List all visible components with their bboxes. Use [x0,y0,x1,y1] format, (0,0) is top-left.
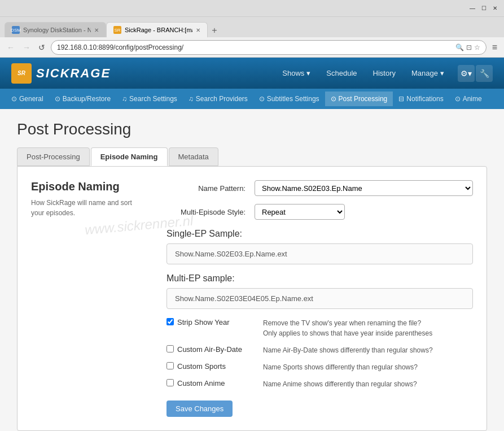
page-title: Post Processing [17,120,487,138]
nav-manage[interactable]: Manage ▾ [405,65,451,82]
browser-menu-button[interactable]: ≡ [490,41,499,54]
star-icon: ☆ [474,43,480,51]
subnav-search-settings[interactable]: ♫ Search Settings [116,92,183,106]
browser-chrome: — ☐ ✕ DSM Synology DiskStation - NA... ✕… [0,0,504,58]
strip-show-year-desc-line2: Only applies to shows that have year ins… [263,328,473,338]
strip-show-year-desc-line1: Remove the TV show's year when renaming … [263,318,473,328]
nav-manage-arrow: ▾ [440,69,444,77]
tab-close-sickrage[interactable]: ✕ [196,27,200,33]
custom-sports-checkbox[interactable] [166,362,174,369]
settings-icon-btn[interactable]: ⚙▾ [458,65,475,82]
nav-shows-arrow: ▾ [306,69,310,77]
subnav-search-settings-icon: ♫ [122,95,127,103]
nav-shows-label: Shows [282,69,304,77]
custom-sports-label[interactable]: Custom Sports [177,362,226,371]
subnav-subtitles[interactable]: ⊙ Subtitles Settings [253,92,325,106]
tab-label-synology: Synology DiskStation - NA... [23,27,91,33]
subnav-notifications-icon: ⊟ [398,95,404,103]
page-content: Post Processing Post-Processing Episode … [0,109,504,431]
strip-show-year-desc: Remove the TV show's year when renaming … [263,318,473,338]
subnav-anime-icon: ⊙ [455,95,461,103]
strip-show-year-label[interactable]: Strip Show Year [177,318,230,326]
section-title: Episode Naming [31,180,144,193]
nav-history-label: History [373,69,396,77]
subnav-anime-label: Anime [463,95,482,103]
nav-history[interactable]: History [366,65,402,82]
window-controls: — ☐ ✕ [468,4,499,13]
custom-air-by-date-row: Custom Air-By-Date Name Air-By-Date show… [166,345,473,355]
subnav-post-processing-icon: ⊙ [331,95,336,103]
nav-icon-buttons: ⚙▾ 🔧 [458,65,493,82]
multi-episode-select[interactable]: Repeat Sequential Extend [255,204,345,220]
nav-shows[interactable]: Shows ▾ [275,65,317,82]
tools-icon-btn[interactable]: 🔧 [476,65,493,82]
back-button[interactable]: ← [5,42,17,53]
nav-manage-label: Manage [411,69,438,77]
app-header: SR SICKRAGE Shows ▾ Schedule History Man… [0,58,504,89]
new-tab-button[interactable]: + [208,24,221,37]
section-desc-line2: your episodes. [31,208,144,218]
sub-nav: ⊙ General ⊙ Backup/Restore ♫ Search Sett… [0,89,504,109]
custom-sports-col: Custom Sports [166,362,254,371]
subnav-backup[interactable]: ⊙ Backup/Restore [49,92,116,106]
close-button[interactable]: ✕ [490,4,499,13]
custom-anime-label[interactable]: Custom Anime [177,379,225,388]
name-pattern-control: Show.Name.S02E03.Ep.Name Show.Name.s02e0… [255,180,473,196]
name-pattern-label: Name Pattern: [166,184,246,193]
subnav-anime[interactable]: ⊙ Anime [449,92,488,106]
tab-close-synology[interactable]: ✕ [94,27,99,33]
custom-air-by-date-desc: Name Air-By-Date shows differently than … [263,345,473,355]
save-changes-button[interactable]: Save Changes [166,400,233,417]
url-bar[interactable]: 192.168.0.10:8899/config/postProcessing/… [51,40,487,55]
custom-anime-row: Custom Anime Name Anime shows differentl… [166,379,473,389]
two-column-layout: Episode Naming How SickRage will name an… [31,180,473,417]
strip-show-year-row: Strip Show Year Remove the TV show's yea… [166,318,473,338]
reload-button[interactable]: ↺ [36,42,47,53]
main-nav: Shows ▾ Schedule History Manage ▾ ⚙▾ 🔧 [275,65,493,82]
address-bar: ← → ↺ 192.168.0.10:8899/config/postProce… [0,37,504,58]
subnav-notifications-label: Notifications [406,95,443,103]
tab-favicon-synology: DSM [12,26,20,34]
custom-air-by-date-col: Custom Air-By-Date [166,345,254,354]
multi-episode-control: Repeat Sequential Extend [255,204,345,220]
logo-text: SICKRAGE [36,66,111,81]
custom-anime-desc-line1: Name Anime shows differently than regula… [263,379,473,389]
strip-show-year-col: Strip Show Year [166,318,254,326]
subnav-post-processing[interactable]: ⊙ Post Processing [325,92,393,106]
maximize-button[interactable]: ☐ [479,4,488,13]
subnav-search-providers-label: Search Providers [196,95,248,103]
browser-tab-sickrage[interactable]: SR SickRage - BRANCH:[mast... ✕ [106,22,208,37]
subnav-subtitles-icon: ⊙ [259,95,265,103]
tab-metadata[interactable]: Metadata [169,147,218,166]
tab-post-processing[interactable]: Post-Processing [17,147,90,166]
custom-anime-checkbox[interactable] [166,379,174,386]
strip-show-year-checkbox[interactable] [166,318,174,325]
tab-bar: DSM Synology DiskStation - NA... ✕ SR Si… [0,17,504,37]
subnav-search-providers[interactable]: ♫ Search Providers [183,92,253,106]
subnav-search-settings-label: Search Settings [129,95,177,103]
minimize-button[interactable]: — [468,4,477,13]
config-panel: Episode Naming How SickRage will name an… [17,166,487,431]
config-tabs: Post-Processing Episode Naming Metadata [17,147,487,166]
subnav-subtitles-label: Subtitles Settings [267,95,319,103]
custom-air-by-date-checkbox[interactable] [166,345,174,352]
tab-episode-naming[interactable]: Episode Naming [91,147,168,166]
single-ep-sample-box: Show.Name.S02E03.Ep.Name.ext [166,243,473,264]
custom-sports-row: Custom Sports Name Sports shows differen… [166,362,473,372]
nav-schedule-label: Schedule [326,69,357,77]
browser-tab-synology[interactable]: DSM Synology DiskStation - NA... ✕ [5,22,106,37]
custom-air-by-date-label[interactable]: Custom Air-By-Date [177,345,242,354]
custom-sports-desc: Name Sports shows differently than regul… [263,362,473,372]
url-text: 192.168.0.10:8899/config/postProcessing/ [57,43,455,51]
nav-schedule[interactable]: Schedule [319,65,363,82]
tab-label-sickrage: SickRage - BRANCH:[mast... [125,27,192,33]
forward-button[interactable]: → [20,42,33,53]
right-column: Name Pattern: Show.Name.S02E03.Ep.Name S… [166,180,473,417]
name-pattern-select[interactable]: Show.Name.S02E03.Ep.Name Show.Name.s02e0… [255,180,473,196]
multi-ep-sample-box: Show.Name.S02E03E04E05.Ep.Name.ext [166,288,473,309]
subnav-notifications[interactable]: ⊟ Notifications [393,92,449,106]
subnav-general[interactable]: ⊙ General [6,92,49,106]
multi-episode-row: Multi-Episode Style: Repeat Sequential E… [166,204,473,220]
subnav-backup-label: Backup/Restore [63,95,111,103]
subnav-search-providers-icon: ♫ [189,95,194,103]
